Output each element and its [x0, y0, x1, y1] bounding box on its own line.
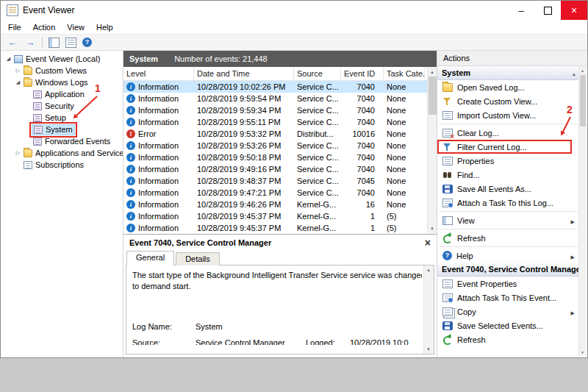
cell-task: None: [387, 82, 406, 91]
cell: (5): [384, 210, 425, 222]
scrollbar-thumb[interactable]: [429, 76, 437, 115]
action-item[interactable]: Refresh: [437, 231, 579, 245]
cell-datetime: 10/28/2019 9:50:18 PM: [197, 153, 281, 162]
scroll-down-icon[interactable]: [428, 224, 437, 233]
action-item[interactable]: Copy: [437, 304, 579, 318]
table-row[interactable]: Information 10/28/2019 9:50:18 PM Servic…: [123, 152, 427, 163]
tree-item[interactable]: Forwarded Events: [1, 135, 123, 147]
column-header[interactable]: Event ID: [341, 67, 384, 80]
export-list-button[interactable]: [65, 38, 76, 48]
column-header[interactable]: Level: [123, 67, 194, 80]
tab-details[interactable]: Details: [176, 252, 220, 266]
tree-item[interactable]: System: [1, 124, 123, 135]
collapse-arrow-icon[interactable]: [572, 68, 576, 77]
column-header[interactable]: Date and Time: [194, 67, 294, 80]
menu-item[interactable]: Help: [90, 23, 119, 32]
table-row[interactable]: Information 10/28/2019 9:46:26 PM Kernel…: [123, 199, 427, 210]
action-item[interactable]: Import Custom View...: [437, 108, 579, 122]
expander-icon[interactable]: ◢: [4, 56, 12, 62]
cell-source: Service C...: [297, 177, 339, 185]
actions-scrollbar[interactable]: [578, 66, 587, 357]
action-item[interactable]: Open Saved Log...: [437, 80, 579, 94]
expander-icon[interactable]: ▷: [14, 68, 22, 74]
preview-close-icon[interactable]: [425, 237, 431, 249]
action-item[interactable]: Refresh: [437, 332, 579, 346]
tree-item[interactable]: Security: [1, 100, 123, 112]
toolbar: [1, 35, 587, 51]
actions-section-header[interactable]: System: [437, 66, 579, 80]
tab-general[interactable]: General: [126, 251, 174, 266]
table-row[interactable]: Information 10/28/2019 9:59:54 PM Servic…: [123, 93, 427, 104]
menu-item[interactable]: View: [61, 23, 90, 32]
action-item[interactable]: Clear Log...: [437, 126, 579, 140]
action-item[interactable]: Attach a Task To this Log...: [437, 196, 579, 210]
tree-item[interactable]: Subscriptions: [1, 159, 123, 171]
cell-datetime: 10/28/2019 9:59:34 PM: [197, 106, 281, 115]
expander-icon[interactable]: ▷: [14, 150, 22, 156]
action-label: Open Saved Log...: [457, 83, 525, 92]
maximize-button[interactable]: [534, 1, 561, 20]
back-button[interactable]: [7, 37, 18, 49]
tree-item-icon: [33, 102, 42, 110]
action-item[interactable]: Filter Current Log...: [437, 140, 572, 154]
cell: 10016: [341, 128, 384, 140]
minimize-button[interactable]: –: [508, 1, 534, 20]
action-item[interactable]: Save Selected Events...: [437, 318, 579, 332]
table-row[interactable]: Information 10/28/2019 9:53:26 PM Servic…: [123, 140, 427, 152]
expander-icon[interactable]: ◢: [14, 79, 22, 85]
window-title: Event Viewer: [23, 5, 74, 15]
event-viewer-icon: [7, 4, 18, 16]
action-item[interactable]: Save All Events As...: [437, 182, 579, 196]
cell: Information: [123, 163, 194, 175]
cell: 7040: [341, 93, 384, 104]
menu-item[interactable]: File: [2, 23, 27, 32]
level-icon: [126, 106, 135, 115]
tree-item[interactable]: ◢ Event Viewer (Local): [1, 53, 123, 65]
toolbar-separator: [42, 38, 43, 48]
tree-item[interactable]: ◢ Windows Logs: [1, 76, 123, 88]
table-row[interactable]: Information 10/28/2019 9:45:37 PM Kernel…: [123, 222, 427, 234]
forward-button[interactable]: [24, 37, 36, 49]
actions-section-header[interactable]: Event 7040, Service Control Manager: [437, 263, 579, 277]
cell-task: None: [387, 177, 406, 185]
cell-source: Distribut...: [297, 129, 334, 138]
action-item[interactable]: Help: [437, 249, 579, 263]
table-row[interactable]: Error 10/28/2019 9:53:32 PM Distribut...…: [123, 128, 427, 140]
tree-item[interactable]: Application: [1, 88, 123, 100]
scroll-up-icon[interactable]: [428, 67, 437, 76]
action-item[interactable]: Event Properties: [437, 277, 579, 291]
table-row[interactable]: Information 10/28/2019 9:59:34 PM Servic…: [123, 104, 427, 116]
menubar: File Action View Help: [1, 20, 587, 35]
menu-item[interactable]: Action: [27, 23, 62, 32]
help-button[interactable]: [82, 38, 92, 47]
action-item[interactable]: Create Custom View...: [437, 94, 579, 108]
table-row[interactable]: Information 10/28/2019 10:02:26 PM Servi…: [123, 81, 427, 93]
table-row[interactable]: Information 10/28/2019 9:48:37 PM Servic…: [123, 175, 427, 187]
table-scrollbar[interactable]: [427, 67, 437, 233]
column-header[interactable]: Source: [294, 67, 341, 80]
tree-item-icon: [33, 138, 42, 146]
cell-source: Service C...: [297, 141, 339, 150]
table-row[interactable]: Information 10/28/2019 9:49:16 PM Servic…: [123, 163, 427, 175]
table-row[interactable]: Information 10/28/2019 9:55:11 PM Servic…: [123, 116, 427, 128]
action-icon: [442, 97, 453, 106]
show-console-tree-button[interactable]: [49, 38, 60, 48]
tree-item[interactable]: ▷ Custom Views: [1, 65, 123, 76]
tree-item[interactable]: ▷ Applications and Services Lo: [1, 147, 123, 159]
tree-item[interactable]: Setup: [1, 112, 123, 124]
action-item[interactable]: View: [437, 213, 579, 227]
column-header[interactable]: Task Cate...: [384, 67, 425, 80]
action-item[interactable]: Attach Task To This Event...: [437, 291, 579, 304]
level-icon: [126, 165, 135, 174]
cell-datetime: 10/28/2019 9:49:16 PM: [197, 165, 281, 174]
table-row[interactable]: Information 10/28/2019 9:45:37 PM Kernel…: [123, 210, 427, 222]
preview-scrollbar[interactable]: [423, 266, 434, 354]
table-row[interactable]: Information 10/28/2019 9:47:21 PM Servic…: [123, 187, 427, 199]
cell-source: Kernel-G...: [297, 212, 336, 221]
action-item[interactable]: Properties: [437, 154, 579, 168]
close-button[interactable]: ×: [561, 1, 587, 20]
scrollbar-thumb[interactable]: [580, 75, 586, 126]
cell: Service C...: [294, 104, 341, 116]
action-item[interactable]: Find...: [437, 168, 579, 182]
cell: None: [384, 116, 425, 128]
